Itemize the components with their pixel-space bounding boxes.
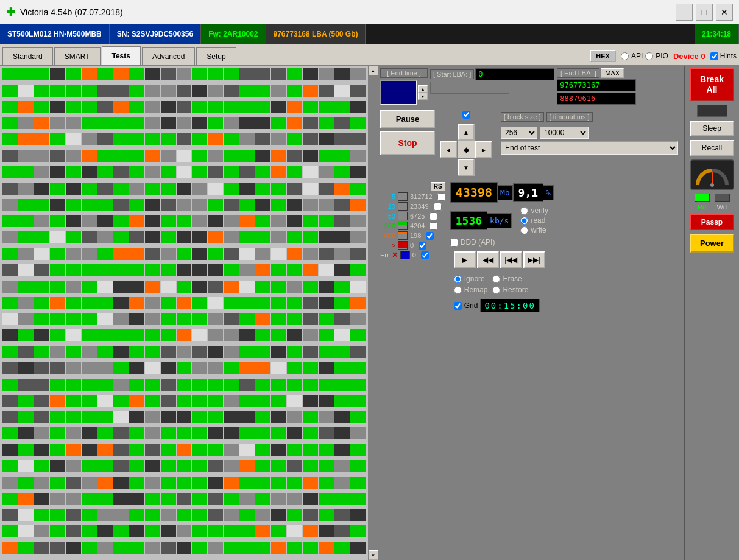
map-cell (161, 264, 176, 276)
map-cell (97, 493, 113, 505)
err-check[interactable] (421, 251, 429, 259)
map-cell (113, 133, 129, 145)
dir-down-button[interactable]: ▼ (458, 159, 475, 176)
scroll-track[interactable] (369, 75, 378, 550)
close-button[interactable]: ✕ (716, 4, 733, 21)
rs-button[interactable]: RS (431, 182, 445, 191)
map-cell (82, 460, 97, 472)
speed-check-20[interactable] (434, 203, 442, 211)
power-button[interactable]: Power (690, 234, 734, 253)
map-cell (239, 395, 255, 407)
speed-check-5[interactable] (437, 193, 445, 201)
max-button[interactable]: MAX (601, 68, 624, 78)
block-size-select[interactable]: 256 (501, 127, 537, 139)
tab-tests[interactable]: Tests (102, 46, 141, 65)
skip-back-button[interactable]: |◀◀ (500, 251, 522, 268)
tab-smart[interactable]: SMART (54, 47, 101, 65)
hints-checkbox[interactable] (710, 52, 718, 60)
map-cell (208, 525, 223, 537)
remap-radio[interactable] (454, 286, 462, 294)
speed-check-50[interactable] (430, 212, 437, 220)
map-cell (177, 264, 192, 276)
map-cell (113, 231, 129, 243)
end-lba-current-input[interactable] (557, 93, 636, 105)
tab-setup[interactable]: Setup (196, 47, 236, 65)
end-lba-input[interactable] (557, 79, 636, 91)
back-button[interactable]: ◀◀ (477, 251, 499, 268)
dir-up-button[interactable]: ▲ (458, 124, 475, 141)
sleep-button[interactable]: Sleep (690, 121, 734, 136)
ignore-radio[interactable] (454, 275, 462, 283)
map-cell (239, 542, 255, 554)
tab-advanced[interactable]: Advanced (142, 47, 195, 65)
map-cell (224, 542, 239, 554)
map-cell (224, 493, 239, 505)
map-cell (192, 183, 207, 195)
scroll-up-button[interactable]: ▲ (369, 66, 378, 75)
end-of-test-select[interactable]: End of test (501, 141, 678, 155)
tab-standard[interactable]: Standard (2, 47, 53, 65)
spin-up-button[interactable]: ▲ (418, 85, 428, 93)
end-time-spinbox[interactable] (380, 80, 417, 105)
recall-button[interactable]: Recall (690, 140, 734, 156)
map-scrollbar[interactable]: ▲ ▼ (368, 66, 378, 560)
grid-checkbox[interactable] (454, 302, 462, 310)
map-cell (18, 379, 34, 391)
map-cell (129, 346, 144, 358)
map-cell (303, 509, 318, 521)
map-cell (303, 297, 318, 309)
break-all-button[interactable]: BreakAll (690, 68, 734, 101)
minimize-button[interactable]: — (676, 4, 693, 21)
map-cell (334, 395, 350, 407)
dir-left-button[interactable]: ◄ (440, 141, 457, 158)
skip-fwd-button[interactable]: ▶▶| (523, 251, 545, 268)
play-button[interactable]: ▶ (454, 251, 476, 268)
map-cell (113, 444, 129, 456)
dir-right-button[interactable]: ► (475, 141, 492, 158)
verify-radio[interactable] (520, 207, 528, 215)
lba-current-input[interactable] (430, 82, 509, 94)
spin-down-button[interactable]: ▼ (418, 93, 428, 100)
scroll-down-button[interactable]: ▼ (369, 550, 378, 560)
map-cell (34, 166, 49, 178)
speed-bar-over (398, 241, 408, 250)
pause-button[interactable]: Pause (380, 110, 435, 128)
speed-bar-5 (398, 192, 408, 201)
api-radio[interactable] (621, 52, 629, 60)
passp-button[interactable]: Passp (690, 214, 734, 230)
map-cell (66, 313, 81, 325)
map-cell (192, 264, 207, 276)
timeout-select[interactable]: 10000 (540, 127, 589, 139)
map-cell (334, 346, 350, 358)
map-cell (271, 362, 286, 374)
write-radio[interactable] (520, 226, 528, 234)
ignore-label: Ignore (464, 275, 485, 283)
read-radio[interactable] (520, 217, 528, 225)
speed-check-600[interactable] (426, 232, 434, 240)
pio-radio[interactable] (645, 52, 653, 60)
restore-radio[interactable] (492, 286, 500, 294)
err-label: Err (380, 251, 389, 259)
sector-map[interactable]: ▲ ▼ (0, 66, 378, 560)
start-lba-input[interactable] (475, 68, 554, 80)
hex-button[interactable]: HEX (590, 50, 616, 62)
map-cell (2, 329, 18, 341)
maximize-button[interactable]: □ (696, 4, 713, 21)
ddd-checkbox[interactable] (450, 239, 458, 247)
map-cell (350, 199, 366, 211)
map-cell (97, 85, 113, 97)
verify-checkbox[interactable] (462, 111, 470, 119)
speed-check-200[interactable] (430, 222, 437, 230)
gauge-display (690, 159, 734, 190)
speed-check-over[interactable] (419, 242, 426, 250)
map-cell (97, 395, 113, 407)
map-cell (303, 264, 318, 276)
map-cell (303, 117, 318, 129)
stop-button[interactable]: Stop (380, 131, 435, 155)
map-cell (97, 183, 113, 195)
map-cell (287, 166, 302, 178)
map-cell (18, 329, 34, 341)
map-cell (350, 133, 366, 145)
erase-radio[interactable] (492, 275, 500, 283)
kbs-value: 1536 (450, 211, 487, 230)
